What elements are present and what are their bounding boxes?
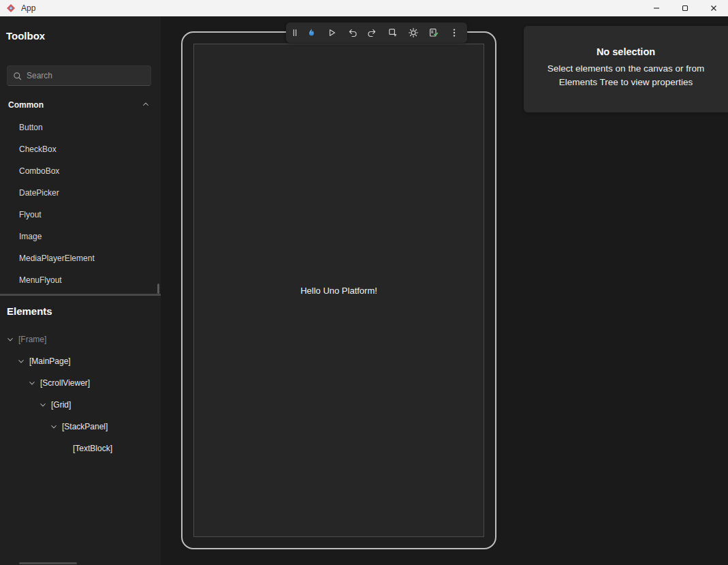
play-icon bbox=[326, 27, 337, 38]
elements-tree: [Frame][MainPage][ScrollViewer][Grid][St… bbox=[0, 329, 161, 459]
hot-reload-flame-icon bbox=[306, 27, 317, 38]
design-canvas-area: Hello Uno Platform! No selection Select … bbox=[161, 16, 728, 565]
chevron-up-icon bbox=[142, 100, 150, 110]
toolbox-item-mediaplayerelement[interactable]: MediaPlayerElement bbox=[0, 247, 161, 269]
device-frame: Hello Uno Platform! bbox=[181, 31, 496, 549]
canvas-textblock[interactable]: Hello Uno Platform! bbox=[300, 286, 377, 296]
theme-sun-icon bbox=[408, 27, 419, 38]
undo-icon bbox=[347, 27, 358, 38]
maximize-button[interactable] bbox=[671, 0, 699, 16]
close-icon bbox=[710, 5, 717, 12]
toolbox-item-passwordbox[interactable]: PasswordBox bbox=[0, 291, 161, 294]
tree-node-textblock[interactable]: [TextBlock] bbox=[0, 438, 161, 459]
properties-panel: No selection Select elements on the canv… bbox=[524, 26, 728, 112]
tree-node-stackpanel[interactable]: [StackPanel] bbox=[0, 416, 161, 438]
no-selection-title: No selection bbox=[524, 46, 728, 57]
search-icon bbox=[13, 72, 22, 80]
tree-node-label: [StackPanel] bbox=[62, 422, 108, 431]
no-selection-message: Select elements on the canvas or from El… bbox=[537, 62, 715, 90]
tree-node-label: [TextBlock] bbox=[73, 444, 112, 453]
toolbox-item-checkbox[interactable]: CheckBox bbox=[0, 138, 161, 160]
chevron-down-icon[interactable] bbox=[16, 357, 26, 365]
design-toolbar bbox=[286, 22, 467, 43]
validation-button[interactable] bbox=[424, 24, 443, 42]
minimize-icon bbox=[653, 5, 660, 12]
undo-button[interactable] bbox=[343, 24, 362, 42]
chevron-down-icon[interactable] bbox=[38, 401, 48, 409]
tree-node-label: [MainPage] bbox=[29, 356, 71, 366]
toolbox-item-button[interactable]: Button bbox=[0, 117, 161, 138]
vertical-scrollbar-thumb[interactable] bbox=[157, 284, 159, 294]
toolbox-panel: Toolbox Common ButtonCheckBoxComboBoxDat… bbox=[0, 16, 161, 294]
toolbox-title: Toolbox bbox=[0, 16, 161, 42]
window-title: App bbox=[21, 3, 35, 13]
tree-node-mainpage[interactable]: [MainPage] bbox=[0, 350, 161, 372]
toolbox-section-common[interactable]: Common bbox=[0, 96, 161, 114]
element-picker-icon bbox=[387, 27, 398, 38]
titlebar: App bbox=[0, 0, 728, 16]
theme-sun-button[interactable] bbox=[404, 24, 423, 42]
app-canvas[interactable]: Hello Uno Platform! bbox=[193, 44, 484, 537]
redo-button[interactable] bbox=[363, 24, 382, 42]
elements-title: Elements bbox=[0, 296, 161, 317]
tree-node-frame[interactable]: [Frame] bbox=[0, 329, 161, 350]
elements-panel: Elements [Frame][MainPage][ScrollViewer]… bbox=[0, 296, 161, 565]
chevron-down-icon[interactable] bbox=[5, 335, 15, 343]
toolbox-searchbox[interactable] bbox=[7, 65, 151, 86]
toolbox-item-menuflyout[interactable]: MenuFlyout bbox=[0, 269, 161, 291]
hot-reload-flame-button[interactable] bbox=[302, 24, 321, 42]
element-picker-button[interactable] bbox=[383, 24, 402, 42]
tree-node-label: [Frame] bbox=[18, 335, 46, 344]
app-logo-icon bbox=[6, 3, 16, 13]
sidebar: Toolbox Common ButtonCheckBoxComboBoxDat… bbox=[0, 16, 161, 565]
section-label: Common bbox=[8, 100, 142, 110]
tree-node-grid[interactable]: [Grid] bbox=[0, 394, 161, 416]
play-button[interactable] bbox=[322, 24, 341, 42]
horizontal-scrollbar-thumb[interactable] bbox=[19, 562, 77, 564]
minimize-button[interactable] bbox=[642, 0, 671, 16]
tree-node-scrollviewer[interactable]: [ScrollViewer] bbox=[0, 372, 161, 394]
tree-node-label: [Grid] bbox=[51, 400, 71, 410]
chevron-down-icon[interactable] bbox=[27, 379, 37, 387]
toolbox-item-combobox[interactable]: ComboBox bbox=[0, 160, 161, 182]
close-button[interactable] bbox=[699, 0, 728, 16]
redo-icon bbox=[367, 27, 378, 38]
validation-icon bbox=[428, 27, 439, 38]
more-button[interactable] bbox=[445, 24, 464, 42]
toolbox-item-flyout[interactable]: Flyout bbox=[0, 204, 161, 226]
toolbox-item-datepicker[interactable]: DatePicker bbox=[0, 182, 161, 204]
more-icon bbox=[449, 27, 460, 38]
drag-handle[interactable] bbox=[289, 24, 300, 42]
toolbox-list: ButtonCheckBoxComboBoxDatePickerFlyoutIm… bbox=[0, 117, 161, 294]
maximize-icon bbox=[682, 5, 689, 12]
grip-icon bbox=[289, 27, 300, 38]
chevron-down-icon[interactable] bbox=[49, 423, 59, 431]
toolbox-item-image[interactable]: Image bbox=[0, 226, 161, 247]
tree-node-label: [ScrollViewer] bbox=[40, 378, 90, 388]
search-input[interactable] bbox=[27, 71, 145, 80]
window-controls bbox=[642, 0, 728, 16]
